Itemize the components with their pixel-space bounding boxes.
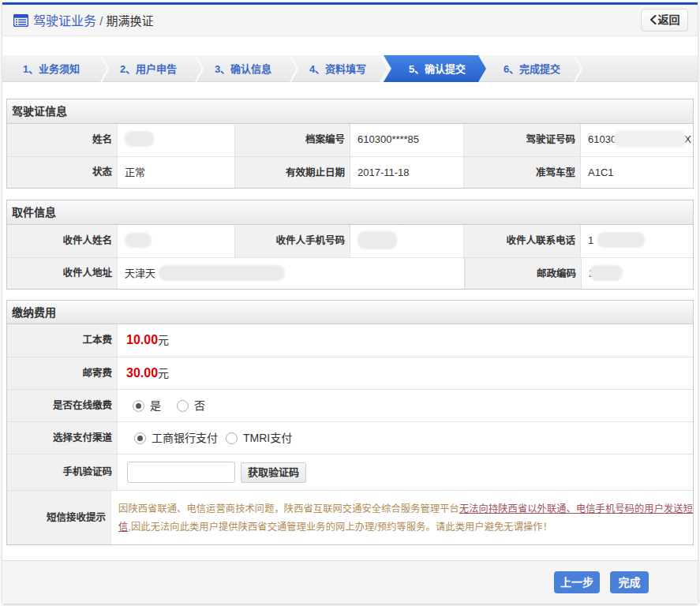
svg-text:1、业务须知: 1、业务须知 (23, 63, 80, 75)
svg-text:6、完成提交: 6、完成提交 (503, 63, 560, 75)
svg-text:4、资料填写: 4、资料填写 (309, 63, 366, 75)
svg-text:5、确认提交: 5、确认提交 (409, 63, 466, 75)
svg-text:2、用户申告: 2、用户申告 (120, 63, 177, 75)
svg-text:3、确认信息: 3、确认信息 (215, 63, 271, 75)
